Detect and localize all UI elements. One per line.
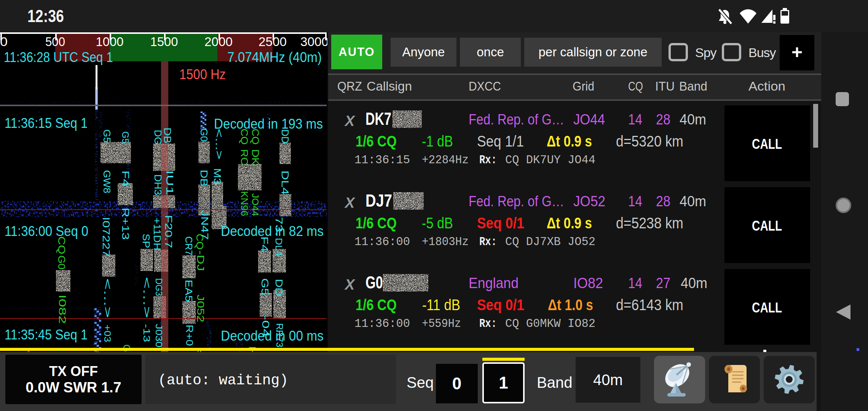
svg-text:CQ DK7UY JO44: CQ DK7UY JO44 bbox=[505, 153, 595, 167]
svg-text:Fed. Rep. of G…: Fed. Rep. of G… bbox=[469, 193, 564, 209]
svg-text:Fed. Rep. of G…: Fed. Rep. of G… bbox=[469, 111, 564, 127]
svg-text:14: 14 bbox=[628, 111, 642, 127]
svg-text:1/6 CQ: 1/6 CQ bbox=[356, 215, 397, 231]
svg-text:CQ G0MKW IO82: CQ G0MKW IO82 bbox=[505, 317, 595, 331]
svg-text:Rx:: Rx: bbox=[479, 317, 497, 331]
svg-text:40m: 40m bbox=[680, 193, 706, 209]
svg-text:+1803Hz: +1803Hz bbox=[422, 235, 469, 249]
svg-text:Seq 0/1: Seq 0/1 bbox=[477, 215, 524, 231]
svg-text:Δt 0.9 s: Δt 0.9 s bbox=[547, 133, 592, 150]
svg-text:d=5238 km: d=5238 km bbox=[616, 215, 683, 231]
svg-text:28: 28 bbox=[656, 111, 670, 127]
svg-text:+2284Hz: +2284Hz bbox=[422, 153, 469, 167]
svg-text:11:36:00: 11:36:00 bbox=[354, 317, 410, 331]
svg-text:-1 dB: -1 dB bbox=[422, 133, 453, 150]
svg-text:CALL: CALL bbox=[752, 300, 782, 315]
svg-text:JO52: JO52 bbox=[573, 193, 605, 209]
svg-text:JO44: JO44 bbox=[573, 111, 605, 127]
svg-text:-5 dB: -5 dB bbox=[422, 215, 453, 231]
svg-text:England: England bbox=[469, 275, 519, 291]
svg-text:QRZ: QRZ bbox=[337, 79, 362, 93]
svg-text:Grid: Grid bbox=[573, 79, 594, 93]
svg-text:IO82: IO82 bbox=[573, 275, 603, 291]
svg-text:Rx:: Rx: bbox=[479, 235, 497, 249]
svg-text:CQ DJ7XB JO52: CQ DJ7XB JO52 bbox=[505, 235, 595, 249]
svg-text:CALL: CALL bbox=[752, 218, 782, 234]
svg-text:DXCC: DXCC bbox=[469, 79, 501, 93]
svg-text:CALL: CALL bbox=[752, 136, 782, 152]
svg-text:11:36:00: 11:36:00 bbox=[354, 235, 410, 249]
svg-text:40m: 40m bbox=[680, 111, 706, 127]
svg-text:40m: 40m bbox=[681, 275, 707, 291]
svg-text:1/6 CQ: 1/6 CQ bbox=[356, 133, 397, 150]
svg-text:d=6143 km: d=6143 km bbox=[616, 296, 683, 313]
svg-text:d=5320 km: d=5320 km bbox=[616, 133, 683, 150]
svg-text:X: X bbox=[344, 277, 356, 293]
svg-text:Seq 0/1: Seq 0/1 bbox=[477, 296, 524, 313]
svg-text:11:36:15: 11:36:15 bbox=[354, 153, 410, 167]
svg-text:28: 28 bbox=[656, 193, 670, 209]
svg-text:-11 dB: -11 dB bbox=[422, 296, 460, 313]
svg-text:X: X bbox=[344, 113, 356, 129]
svg-text:Action: Action bbox=[748, 79, 785, 93]
svg-text:DJ7: DJ7 bbox=[365, 191, 392, 210]
svg-text:DK7: DK7 bbox=[365, 109, 391, 129]
svg-text:ITU: ITU bbox=[655, 79, 675, 93]
svg-text:14: 14 bbox=[628, 275, 642, 291]
svg-text:14: 14 bbox=[628, 193, 642, 209]
svg-text:Δt 0.9 s: Δt 0.9 s bbox=[547, 215, 592, 231]
svg-text:X: X bbox=[344, 195, 356, 211]
svg-text:27: 27 bbox=[656, 275, 670, 291]
svg-text:CQ: CQ bbox=[628, 79, 643, 93]
svg-text:Callsign: Callsign bbox=[367, 79, 412, 93]
svg-text:Band: Band bbox=[679, 79, 707, 93]
svg-text:Δt 1.0 s: Δt 1.0 s bbox=[548, 296, 593, 313]
svg-text:Rx:: Rx: bbox=[479, 153, 497, 167]
svg-text:+559Hz: +559Hz bbox=[422, 317, 461, 331]
svg-text:G0: G0 bbox=[365, 272, 383, 292]
svg-text:1/6 CQ: 1/6 CQ bbox=[356, 296, 397, 313]
svg-text:Seq 1/1: Seq 1/1 bbox=[477, 133, 524, 150]
